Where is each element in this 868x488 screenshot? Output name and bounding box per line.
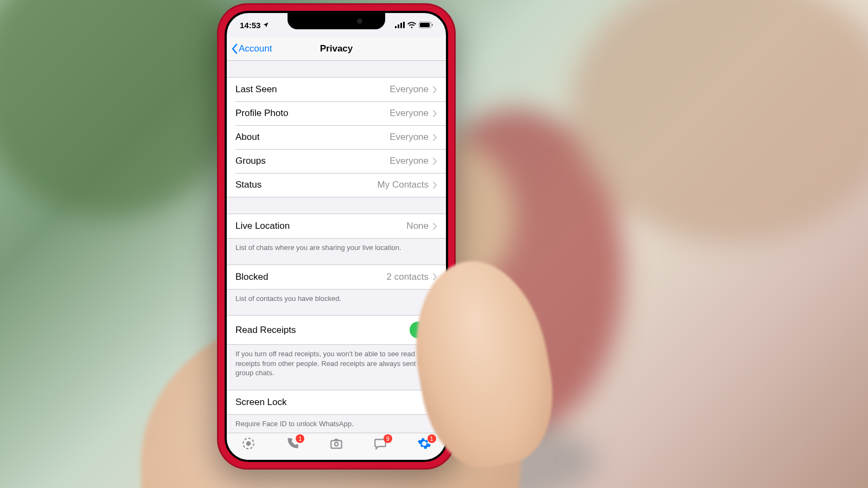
badge: 9 <box>384 434 392 443</box>
visibility-section: Last Seen Everyone Profile Photo Everyon… <box>227 77 446 197</box>
cell-label: Blocked <box>235 272 268 282</box>
cell-label: Status <box>235 179 261 190</box>
svg-rect-0 <box>395 26 397 28</box>
svg-rect-6 <box>432 24 433 26</box>
svg-rect-5 <box>420 23 430 27</box>
live-location-section: Live Location None <box>227 214 446 239</box>
settings-content[interactable]: Last Seen Everyone Profile Photo Everyon… <box>227 61 446 433</box>
tab-settings[interactable]: 1 <box>408 436 441 451</box>
cell-value: Everyone <box>390 132 429 143</box>
battery-icon <box>419 22 433 28</box>
cell-label: Groups <box>235 156 266 166</box>
blocked-footer: List of contacts you have blocked. <box>227 290 446 308</box>
cell-label: Live Location <box>235 221 290 232</box>
read-receipts-row: Read Receipts <box>227 316 446 344</box>
cell-value: 2 contacts <box>387 272 429 282</box>
phone-frame: 14:53 <box>217 3 456 470</box>
back-button[interactable]: Account <box>231 43 272 54</box>
cell-label: About <box>235 132 259 143</box>
chevron-right-icon <box>433 110 437 117</box>
profile-photo-row[interactable]: Profile Photo Everyone <box>227 101 446 125</box>
live-location-row[interactable]: Live Location None <box>227 214 446 238</box>
live-location-footer: List of chats where you are sharing your… <box>227 239 446 257</box>
cell-label: Screen Lock <box>235 397 287 408</box>
cell-value: Everyone <box>390 84 429 95</box>
page-title: Privacy <box>320 43 353 54</box>
svg-rect-2 <box>400 23 402 28</box>
cell-value: My Contacts <box>378 179 429 190</box>
svg-point-8 <box>246 441 251 446</box>
chevron-right-icon <box>433 134 437 141</box>
wifi-icon <box>407 22 416 28</box>
location-arrow-icon <box>263 21 269 30</box>
cell-label: Profile Photo <box>235 108 288 119</box>
navigation-bar: Account Privacy <box>227 37 446 61</box>
svg-rect-3 <box>403 22 405 28</box>
about-row[interactable]: About Everyone <box>227 125 446 149</box>
cell-value: Everyone <box>390 156 429 166</box>
tab-camera[interactable] <box>320 436 353 451</box>
blocked-row[interactable]: Blocked 2 contacts <box>227 265 446 289</box>
groups-row[interactable]: Groups Everyone <box>227 149 446 173</box>
screen-lock-row[interactable]: Screen Lock <box>227 390 446 414</box>
cell-value: Everyone <box>390 108 429 119</box>
chevron-right-icon <box>433 86 437 93</box>
tab-bar: 1 9 1 <box>227 433 446 460</box>
status-time: 14:53 <box>240 21 260 30</box>
read-receipts-section: Read Receipts <box>227 315 446 345</box>
chevron-right-icon <box>433 158 437 165</box>
cell-label: Last Seen <box>235 84 277 95</box>
cellular-signal-icon <box>395 22 405 28</box>
svg-point-10 <box>335 442 339 446</box>
badge: 1 <box>427 434 436 443</box>
tab-chats[interactable]: 9 <box>364 436 397 451</box>
phone-screen: 14:53 <box>227 13 446 460</box>
cell-label: Read Receipts <box>235 325 296 336</box>
chevron-right-icon <box>433 182 437 189</box>
back-label: Account <box>239 43 272 54</box>
cell-value: None <box>406 221 429 232</box>
chevron-right-icon <box>433 223 437 230</box>
screen-lock-footer: Require Face ID to unlock WhatsApp. <box>227 415 446 433</box>
last-seen-row[interactable]: Last Seen Everyone <box>227 78 446 101</box>
tab-calls[interactable]: 1 <box>276 436 309 451</box>
status-row[interactable]: Status My Contacts <box>227 173 446 197</box>
blocked-section: Blocked 2 contacts <box>227 265 446 290</box>
svg-rect-9 <box>331 441 342 448</box>
tab-status[interactable] <box>232 436 265 451</box>
svg-rect-1 <box>398 24 399 28</box>
badge: 1 <box>296 434 304 443</box>
screen-lock-section: Screen Lock <box>227 390 446 415</box>
read-receipts-footer: If you turn off read receipts, you won't… <box>227 345 446 382</box>
phone-notch <box>288 13 385 29</box>
